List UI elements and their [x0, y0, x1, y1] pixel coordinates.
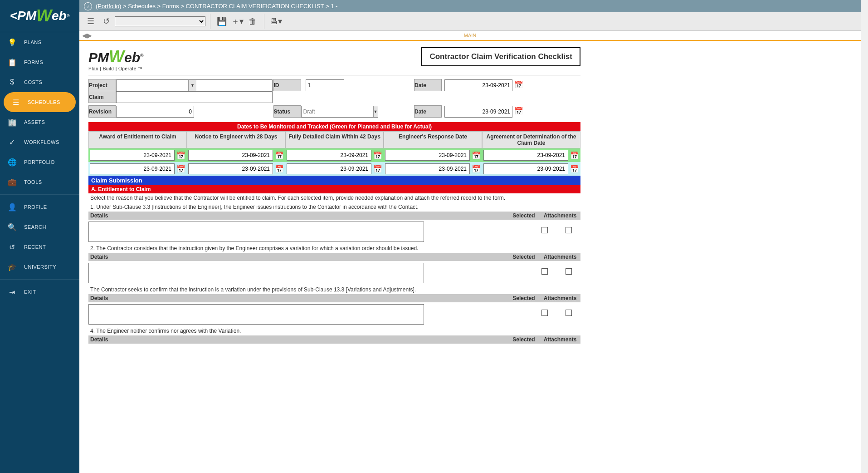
add-button[interactable]: ＋▾	[230, 15, 244, 28]
planned-date-3[interactable]	[385, 150, 470, 161]
breadcrumb: (Portfolio) > Schedules > Forms > CONTRA…	[96, 3, 337, 10]
date2-label: Date	[414, 106, 442, 118]
col-fully: Fully Detailed Claim Within 42 Days	[285, 131, 384, 148]
sidebar-item-university[interactable]: 🎓UNIVERSITY	[0, 257, 79, 277]
sidebar-item-forms[interactable]: 📋FORMS	[0, 52, 79, 72]
project-label: Project	[89, 79, 116, 91]
status-dropdown-button[interactable]: ▼	[373, 106, 378, 117]
attachments-checkbox-2[interactable]	[566, 268, 572, 275]
actual-date-1[interactable]	[188, 163, 273, 174]
sidebar-item-exit[interactable]: ⇥EXIT	[0, 282, 79, 302]
revision-input[interactable]	[116, 106, 194, 118]
calendar-icon[interactable]: 📅	[176, 165, 185, 173]
detail-header: Details Selected Attachments	[88, 253, 580, 261]
breadcrumb-root[interactable]: (Portfolio)	[96, 3, 121, 10]
planned-date-4[interactable]	[483, 150, 568, 161]
calendar-icon[interactable]: 📅	[275, 165, 284, 173]
planned-row: 📅 📅 📅 📅 📅	[88, 148, 580, 162]
sidebar-item-portfolio[interactable]: 🌐PORTFOLIO	[0, 152, 79, 172]
calendar-icon[interactable]: 📅	[570, 151, 579, 160]
status-input[interactable]	[302, 106, 373, 117]
selected-checkbox-2[interactable]	[541, 268, 548, 275]
calendar-icon[interactable]: 📅	[176, 151, 185, 160]
tab-main[interactable]: MAIN	[458, 31, 482, 40]
sidebar-item-assets[interactable]: 🏢ASSETS	[0, 112, 79, 132]
planned-date-1[interactable]	[188, 150, 273, 161]
calendar-icon[interactable]: 📅	[514, 107, 523, 115]
details-textarea-2[interactable]	[88, 263, 424, 283]
detail-header: Details Selected Attachments	[88, 294, 580, 302]
sidebar-item-label: TOOLS	[24, 179, 42, 185]
sidebar-item-label: ASSETS	[24, 119, 45, 125]
item-text-3: The Contractor seeks to confirm that the…	[88, 285, 580, 294]
calendar-icon[interactable]: 📅	[570, 165, 579, 173]
entitlement-instructions: Select the reason that you believe that …	[88, 193, 580, 202]
planned-date-2[interactable]	[287, 150, 371, 161]
breadcrumb-bar: i (Portfolio) > Schedules > Forms > CONT…	[79, 0, 861, 12]
pager-arrows[interactable]: ◀▶	[82, 32, 92, 39]
info-icon[interactable]: i	[84, 2, 92, 10]
grad-cap-icon: 🎓	[7, 261, 18, 272]
sidebar-item-costs[interactable]: $COSTS	[0, 72, 79, 92]
details-textarea-3[interactable]	[88, 304, 424, 325]
attachments-checkbox-1[interactable]	[566, 227, 572, 233]
actual-date-2[interactable]	[287, 163, 371, 174]
sidebar-item-search[interactable]: 🔍SEARCH	[0, 217, 79, 237]
sidebar-item-schedules[interactable]: ☰SCHEDULES	[4, 92, 76, 112]
sidebar-item-recent[interactable]: ↺RECENT	[0, 237, 79, 257]
sidebar-item-workflows[interactable]: ✓WORKFLOWS	[0, 132, 79, 152]
calendar-icon[interactable]: 📅	[275, 151, 284, 160]
history-button[interactable]: ↺	[99, 15, 113, 28]
check-icon: ✓	[7, 137, 18, 148]
sidebar-item-label: COSTS	[24, 79, 42, 85]
record-select[interactable]	[115, 16, 205, 26]
entitlement-banner: A. Entitlement to Claim	[88, 185, 580, 193]
project-dropdown-button[interactable]: ▼	[188, 80, 196, 91]
claim-input[interactable]	[116, 91, 273, 103]
sidebar-item-plans[interactable]: 💡PLANS	[0, 32, 79, 52]
sidebar-item-tools[interactable]: 💼TOOLS	[0, 172, 79, 192]
app-logo: <PMWeb®	[0, 0, 79, 32]
list-button[interactable]: ☰	[84, 15, 98, 28]
calendar-icon[interactable]: 📅	[373, 151, 382, 160]
save-button[interactable]: 💾	[215, 15, 229, 28]
print-button[interactable]: 🖶▾	[269, 15, 283, 28]
sidebar-item-profile[interactable]: 👤PROFILE	[0, 197, 79, 217]
selected-checkbox-1[interactable]	[541, 227, 548, 233]
selected-checkbox-3[interactable]	[541, 310, 548, 316]
calendar-icon[interactable]: 📅	[514, 80, 523, 89]
sidebar-item-label: RECENT	[24, 244, 46, 250]
user-icon: 👤	[7, 202, 18, 212]
form-logo: PMWeb® Plan | Build | Operate ™	[88, 47, 143, 71]
planned-date-0[interactable]	[90, 150, 175, 161]
actual-date-3[interactable]	[385, 163, 470, 174]
status-label: Status	[273, 106, 301, 118]
actual-date-4[interactable]	[483, 163, 568, 174]
calendar-icon[interactable]: 📅	[472, 165, 481, 173]
calendar-icon[interactable]: 📅	[373, 165, 382, 173]
delete-button[interactable]: 🗑	[246, 15, 259, 28]
sidebar: <PMWeb® 💡PLANS 📋FORMS $COSTS ☰SCHEDULES …	[0, 0, 79, 473]
details-textarea-1[interactable]	[88, 222, 424, 242]
claim-submission-banner: Claim Submission	[88, 176, 580, 185]
date-input[interactable]	[444, 79, 512, 91]
date2-input[interactable]	[444, 106, 512, 118]
sidebar-item-label: SEARCH	[24, 224, 46, 230]
id-label: ID	[273, 79, 301, 91]
col-agreement: Agreement or Determination of the Claim …	[482, 131, 580, 148]
dollar-icon: $	[7, 77, 18, 88]
building-icon: 🏢	[7, 117, 18, 128]
search-icon: 🔍	[7, 222, 18, 232]
actual-date-0[interactable]	[90, 163, 175, 174]
project-input[interactable]	[117, 80, 188, 91]
form-title: Contractor Claim Verification Checklist	[421, 47, 580, 66]
dates-banner: Dates to Be Monitored and Tracked (Green…	[88, 122, 580, 131]
attachments-checkbox-3[interactable]	[566, 310, 572, 316]
actual-row: 📅 📅 📅 📅 📅	[88, 162, 580, 176]
sidebar-item-label: PORTFOLIO	[24, 159, 55, 165]
sidebar-item-label: PLANS	[24, 39, 42, 45]
scrollbar[interactable]	[861, 0, 868, 473]
id-input[interactable]	[306, 79, 344, 91]
calendar-icon[interactable]: 📅	[472, 151, 481, 160]
briefcase-icon: 💼	[7, 177, 18, 187]
